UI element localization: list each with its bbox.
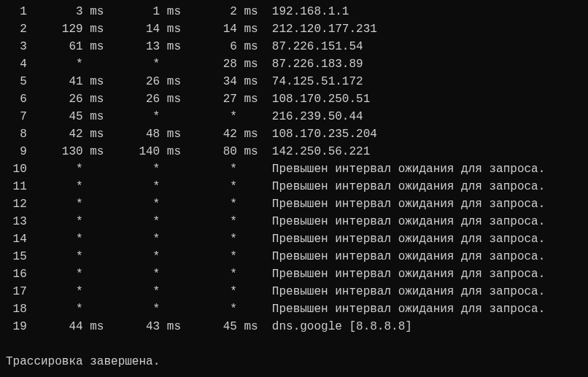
rtt-value: * (41, 300, 83, 318)
hop-row: 2129ms14ms14ms212.120.177.231 (6, 20, 582, 38)
rtt-value: 1 (118, 3, 160, 20)
rtt-value: 44 (41, 318, 83, 335)
hop-host: Превышен интервал ожидания для запроса. (258, 265, 546, 283)
rtt-unit (83, 265, 104, 283)
rtt-value: 41 (41, 73, 83, 90)
rtt-value: 43 (118, 318, 160, 335)
hop-number: 11 (6, 178, 27, 195)
rtt-unit (160, 213, 181, 230)
rtt-unit (237, 300, 258, 318)
rtt-value: * (118, 213, 160, 230)
hop-row: 10***Превышен интервал ожидания для запр… (6, 160, 582, 178)
hop-row: 17***Превышен интервал ожидания для запр… (6, 283, 582, 300)
rtt-value: 61 (41, 38, 83, 55)
hop-row: 745ms**216.239.50.44 (6, 108, 582, 125)
rtt-value: 48 (118, 125, 160, 143)
rtt-unit (237, 230, 258, 248)
hop-number: 6 (6, 90, 27, 108)
rtt-unit: ms (160, 90, 181, 108)
rtt-unit (160, 160, 181, 178)
rtt-value: * (41, 265, 83, 283)
rtt-unit: ms (160, 20, 181, 38)
hop-number: 10 (6, 160, 27, 178)
rtt-unit: ms (237, 318, 258, 335)
rtt-value: * (41, 160, 83, 178)
hop-host: Превышен интервал ожидания для запроса. (258, 300, 546, 318)
rtt-unit: ms (237, 125, 258, 143)
rtt-unit (83, 300, 104, 318)
hop-row: 1944ms43ms45msdns.google [8.8.8.8] (6, 318, 582, 335)
rtt-unit: ms (160, 125, 181, 143)
hop-row: 9130ms140ms80ms142.250.56.221 (6, 143, 582, 160)
trace-complete-message: Трассировка завершена. (6, 353, 582, 370)
rtt-value: * (118, 160, 160, 178)
hop-host: Превышен интервал ожидания для запроса. (258, 230, 546, 248)
hop-host: dns.google [8.8.8.8] (258, 318, 412, 335)
rtt-unit: ms (237, 3, 258, 20)
hop-row: 13***Превышен интервал ожидания для запр… (6, 213, 582, 230)
rtt-value: 13 (118, 38, 160, 55)
rtt-unit (83, 213, 104, 230)
rtt-value: * (195, 160, 237, 178)
rtt-unit (83, 248, 104, 265)
rtt-value: * (195, 230, 237, 248)
hop-row: 4**28ms87.226.183.89 (6, 55, 582, 73)
rtt-value: * (195, 283, 237, 300)
hop-host: 212.120.177.231 (258, 20, 377, 38)
rtt-value: * (41, 248, 83, 265)
hop-host: 108.170.250.51 (258, 90, 371, 108)
hop-number: 1 (6, 3, 27, 20)
rtt-value: 42 (195, 125, 237, 143)
hop-number: 9 (6, 143, 27, 160)
hop-row: 541ms26ms34ms74.125.51.172 (6, 73, 582, 90)
rtt-unit (160, 300, 181, 318)
hop-row: 11***Превышен интервал ожидания для запр… (6, 178, 582, 195)
rtt-unit (160, 108, 181, 125)
rtt-unit: ms (83, 73, 104, 90)
rtt-unit (83, 195, 104, 213)
rtt-value: 140 (118, 143, 160, 160)
rtt-value: 28 (195, 55, 237, 73)
rtt-unit (160, 195, 181, 213)
hop-host: Превышен интервал ожидания для запроса. (258, 283, 546, 300)
rtt-unit (83, 283, 104, 300)
rtt-unit (237, 108, 258, 125)
rtt-unit (83, 160, 104, 178)
hop-number: 8 (6, 125, 27, 143)
rtt-value: * (41, 283, 83, 300)
rtt-value: * (41, 195, 83, 213)
rtt-unit (160, 283, 181, 300)
rtt-value: * (41, 230, 83, 248)
hop-number: 18 (6, 300, 27, 318)
rtt-unit: ms (237, 143, 258, 160)
rtt-unit (237, 160, 258, 178)
hop-host: Превышен интервал ожидания для запроса. (258, 160, 546, 178)
hop-number: 3 (6, 38, 27, 55)
rtt-value: * (118, 195, 160, 213)
hop-number: 19 (6, 318, 27, 335)
hop-number: 5 (6, 73, 27, 90)
rtt-unit (160, 265, 181, 283)
hop-row: 16***Превышен интервал ожидания для запр… (6, 265, 582, 283)
hop-host: 192.168.1.1 (258, 3, 349, 20)
rtt-unit: ms (160, 318, 181, 335)
hop-row: 12***Превышен интервал ожидания для запр… (6, 195, 582, 213)
rtt-value: * (118, 55, 160, 73)
rtt-unit (160, 55, 181, 73)
rtt-value: * (118, 265, 160, 283)
rtt-value: * (118, 178, 160, 195)
rtt-unit (83, 230, 104, 248)
rtt-value: 26 (118, 90, 160, 108)
rtt-value: * (41, 55, 83, 73)
hop-row: 15***Превышен интервал ожидания для запр… (6, 248, 582, 265)
hop-number: 14 (6, 230, 27, 248)
rtt-value: * (195, 178, 237, 195)
rtt-unit: ms (237, 55, 258, 73)
rtt-unit: ms (83, 143, 104, 160)
rtt-unit: ms (237, 73, 258, 90)
rtt-value: 2 (195, 3, 237, 20)
rtt-unit: ms (160, 38, 181, 55)
rtt-value: 26 (118, 73, 160, 90)
rtt-unit (160, 248, 181, 265)
hop-row: 626ms26ms27ms108.170.250.51 (6, 90, 582, 108)
